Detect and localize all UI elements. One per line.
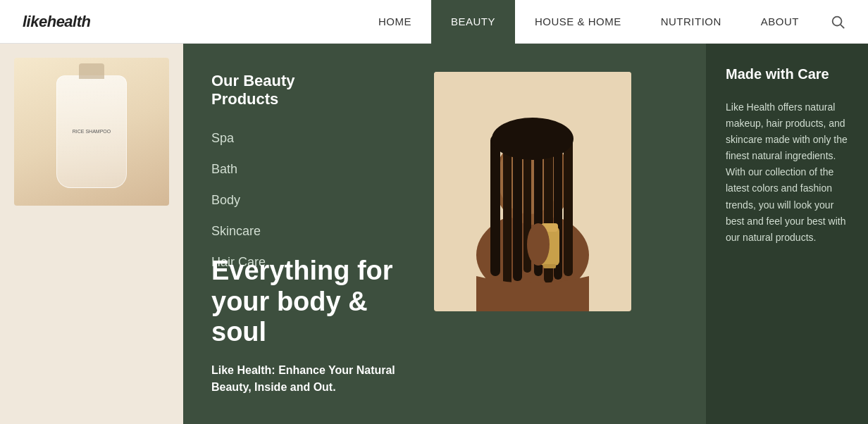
nav-links: HOME BEAUTY HOUSE & HOME NUTRITION ABOUT xyxy=(359,0,819,43)
logo[interactable]: likehealth xyxy=(23,13,90,31)
svg-point-0 xyxy=(833,16,842,25)
svg-rect-13 xyxy=(564,135,573,276)
nav-item-house[interactable]: HOUSE & HOME xyxy=(515,0,641,43)
search-icon[interactable] xyxy=(830,14,845,30)
svg-point-14 xyxy=(492,118,574,160)
svg-rect-17 xyxy=(543,264,556,268)
shampoo-bottle: RICE SHAMPOO xyxy=(56,75,127,188)
navigation: likehealth HOME BEAUTY HOUSE & HOME NUTR… xyxy=(0,0,868,44)
hero-subheading: Like Health: Enhance Your Natural Beauty… xyxy=(211,362,423,396)
svg-line-1 xyxy=(841,25,844,28)
menu-items-list: Spa Bath Body Skincare Hair Care xyxy=(211,125,352,275)
product-image: RICE SHAMPOO xyxy=(14,58,169,206)
menu-item-spa[interactable]: Spa xyxy=(211,125,352,151)
hero-headline: Everything for your body & soul xyxy=(211,256,423,348)
menu-item-bath[interactable]: Bath xyxy=(211,156,352,182)
svg-rect-6 xyxy=(490,135,500,276)
bottle-cap xyxy=(79,63,104,79)
model-svg xyxy=(434,72,631,311)
nav-item-nutrition[interactable]: NUTRITION xyxy=(641,0,741,43)
made-with-care-title: Made with Care xyxy=(726,66,848,82)
menu-item-skincare[interactable]: Skincare xyxy=(211,218,352,244)
menu-item-body[interactable]: Body xyxy=(211,187,352,213)
hero-text-block: Everything for your body & soul Like Hea… xyxy=(183,256,451,396)
nav-item-home[interactable]: HOME xyxy=(359,0,431,43)
right-info-panel: Made with Care Like Health offers natura… xyxy=(706,44,868,424)
model-photo xyxy=(434,72,631,311)
svg-point-18 xyxy=(527,223,550,266)
nav-item-beauty[interactable]: BEAUTY xyxy=(431,0,515,43)
right-description: Like Health offers natural makeup, hair … xyxy=(726,99,848,246)
product-image-panel: RICE SHAMPOO xyxy=(0,44,183,424)
beauty-dropdown: RICE SHAMPOO Our Beauty Products Spa Bat… xyxy=(0,44,868,424)
bottle-label: RICE SHAMPOO xyxy=(73,128,111,135)
nav-item-about[interactable]: ABOUT xyxy=(741,0,819,43)
menu-title: Our Beauty Products xyxy=(211,72,352,108)
